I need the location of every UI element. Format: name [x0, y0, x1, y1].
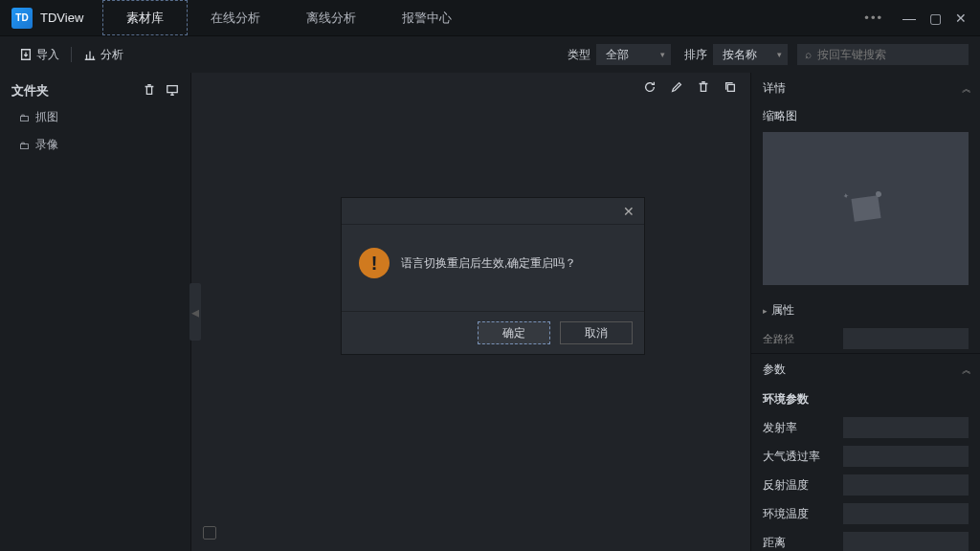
- modal-backdrop: ✕ ! 语言切换重启后生效,确定重启吗？ 确定 取消: [0, 0, 980, 551]
- dialog-message: 语言切换重启后生效,确定重启吗？: [401, 255, 576, 272]
- ok-button[interactable]: 确定: [478, 321, 550, 344]
- cancel-button[interactable]: 取消: [560, 321, 633, 344]
- warning-icon: !: [359, 248, 390, 278]
- confirm-dialog: ✕ ! 语言切换重启后生效,确定重启吗？ 确定 取消: [341, 197, 645, 355]
- dialog-close-icon[interactable]: ✕: [623, 204, 635, 219]
